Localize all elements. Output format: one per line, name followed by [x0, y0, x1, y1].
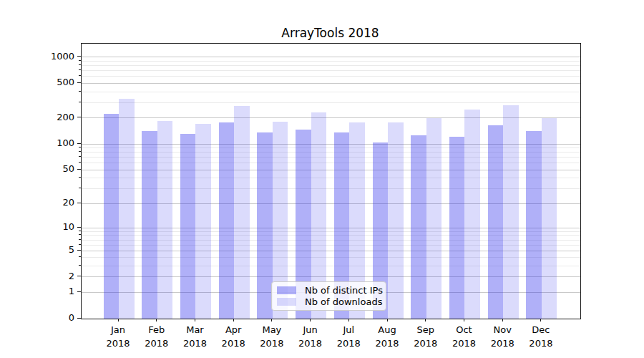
y-tick-label: 50 [0, 163, 74, 175]
y-tick-label: 2 [0, 270, 74, 283]
bar-downloads [119, 99, 135, 319]
y-tick-label: 0 [0, 311, 74, 324]
y-tick-label: 5 [0, 243, 74, 256]
x-tick-label: Jan2018 [97, 323, 140, 350]
y-minor-tick-mark [79, 64, 81, 65]
legend-swatch-distinct-ips-icon [277, 286, 296, 294]
x-tick-mark [310, 319, 311, 321]
x-tick-mark [348, 319, 349, 321]
y-tick-mark [77, 56, 81, 57]
x-tick-label-line: Sep [404, 323, 447, 337]
x-tick-label-line: 2018 [250, 337, 293, 350]
x-tick-label-line: Nov [481, 323, 524, 337]
bar-distinct-ips [257, 132, 273, 319]
x-tick-label-line: Oct [442, 323, 485, 337]
legend-label-distinct-ips: Nb of distinct IPs [305, 285, 383, 296]
y-tick-mark [77, 250, 81, 251]
bar-downloads [157, 121, 173, 319]
y-tick-mark [77, 143, 81, 144]
y-tick-label: 1 [0, 285, 74, 298]
bar-downloads [195, 124, 211, 319]
x-tick-label-line: 2018 [404, 337, 447, 350]
gridline-minor [82, 92, 580, 92]
x-tick-mark [271, 319, 272, 321]
x-tick-label: Jun2018 [289, 323, 332, 350]
x-tick-label-line: 2018 [481, 337, 524, 350]
x-tick-mark [464, 319, 464, 321]
y-tick-mark [77, 291, 81, 292]
x-tick-label: Feb2018 [135, 323, 178, 350]
x-tick-label: Sep2018 [404, 323, 447, 350]
bar-distinct-ips [104, 114, 119, 319]
x-tick-mark [502, 319, 503, 321]
y-tick-mark [77, 276, 81, 276]
x-tick-label-line: Jan [97, 323, 140, 337]
x-tick-label-line: Feb [135, 323, 178, 337]
y-tick-mark [77, 318, 81, 319]
y-minor-tick-mark [79, 60, 81, 61]
gridline-minor [82, 76, 580, 77]
x-tick-label-line: May [250, 323, 293, 337]
x-tick-mark [387, 319, 388, 321]
y-tick-mark [77, 203, 81, 203]
y-tick-mark [77, 82, 81, 83]
y-tick-label: 500 [0, 76, 74, 89]
x-tick-label: Aug2018 [366, 323, 409, 350]
x-tick-mark [118, 319, 119, 321]
y-minor-tick-mark [79, 239, 81, 240]
y-minor-tick-mark [79, 147, 81, 147]
y-minor-tick-mark [79, 156, 81, 157]
y-tick-mark [77, 117, 81, 117]
y-minor-tick-mark [79, 69, 81, 70]
x-tick-label-line: Jun [289, 323, 332, 337]
x-tick-label: Nov2018 [481, 323, 524, 350]
x-tick-label-line: 2018 [97, 337, 140, 350]
y-minor-tick-mark [79, 265, 81, 266]
y-minor-tick-mark [79, 234, 81, 235]
x-tick-label-line: Aug [366, 323, 409, 337]
gridline-minor [82, 70, 580, 71]
x-tick-label-line: Jul [327, 323, 370, 337]
y-tick-label: 100 [0, 137, 74, 150]
y-minor-tick-mark [79, 151, 81, 152]
y-tick-mark [77, 227, 81, 228]
x-tick-label-line: 2018 [173, 337, 216, 350]
y-tick-mark [77, 169, 81, 170]
x-tick-label-line: 2018 [212, 337, 255, 350]
y-minor-tick-mark [79, 188, 81, 188]
gridline-minor [82, 61, 580, 62]
x-tick-label-line: 2018 [442, 337, 485, 350]
y-tick-label: 200 [0, 111, 74, 124]
y-tick-label: 20 [0, 196, 74, 209]
y-minor-tick-mark [79, 75, 81, 76]
bar-downloads [426, 118, 442, 319]
y-minor-tick-mark [79, 256, 81, 257]
x-tick-label-line: Apr [212, 323, 255, 337]
x-tick-label: Jul2018 [327, 323, 370, 350]
legend: Nb of distinct IPs Nb of downloads [271, 281, 386, 311]
figure: ArrayTools 2018 01251020501002005001000 … [0, 0, 644, 358]
bar-distinct-ips [411, 135, 426, 319]
bar-distinct-ips [219, 122, 235, 319]
bar-distinct-ips [142, 131, 157, 319]
legend-label-downloads: Nb of downloads [305, 296, 382, 307]
bar-distinct-ips [526, 131, 542, 319]
x-tick-mark [540, 319, 541, 321]
chart-title: ArrayTools 2018 [81, 26, 580, 40]
x-tick-label: Dec2018 [519, 323, 562, 350]
x-tick-label-line: 2018 [135, 337, 178, 350]
y-minor-tick-mark [79, 91, 81, 92]
bar-downloads [388, 122, 404, 319]
x-tick-label-line: Dec [519, 323, 562, 337]
x-tick-mark [156, 319, 157, 321]
x-tick-label-line: 2018 [327, 337, 370, 350]
x-tick-label-line: 2018 [289, 337, 332, 350]
x-tick-label-line: 2018 [519, 337, 562, 350]
gridline-minor [82, 102, 580, 103]
y-minor-tick-mark [79, 231, 81, 231]
x-tick-mark [195, 319, 195, 321]
x-tick-label: May2018 [250, 323, 293, 350]
bar-distinct-ips [488, 125, 504, 319]
x-tick-label-line: Mar [173, 323, 216, 337]
plot-area [81, 43, 581, 319]
